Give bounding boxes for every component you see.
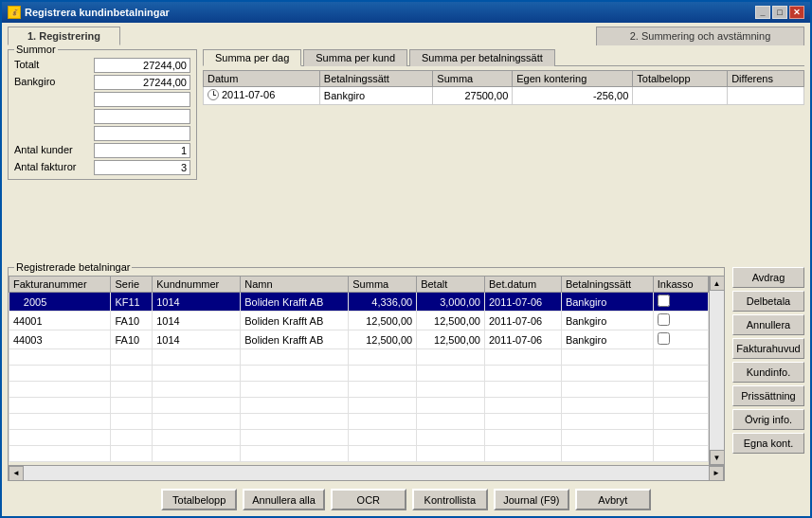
scroll-left-button[interactable]: ◄	[9, 466, 24, 481]
empty-payment-row-2	[9, 366, 709, 382]
row0-summa: 4,336,00	[349, 293, 417, 312]
registered-payments-box: Registrerade betalningar Fakturanummer S…	[8, 267, 725, 481]
row0-betalt: 3,000,00	[417, 293, 485, 312]
row0-faktura: ▶ 2005	[9, 293, 111, 312]
payment-row-2[interactable]: 44003 FA10 1014 Boliden Krafft AB 12,500…	[9, 330, 709, 349]
annullera-alla-button[interactable]: Annullera alla	[243, 489, 325, 510]
empty-payment-row-7	[9, 446, 709, 462]
th-betdatum: Bet.datum	[484, 277, 561, 293]
kundinfo-button[interactable]: Kundinfo.	[732, 362, 804, 383]
payment-row-0[interactable]: ▶ 2005 KF11 1014 Boliden Krafft AB 4,336…	[9, 293, 709, 312]
sub-tab-satt[interactable]: Summa per betalningssätt	[409, 49, 555, 66]
ocr-button[interactable]: OCR	[331, 489, 406, 510]
antal-kunder-label: Antal kunder	[14, 143, 90, 158]
empty-row-2	[94, 109, 190, 124]
row2-kundnr: 1014	[153, 330, 241, 349]
col-summa: Summa	[433, 71, 513, 87]
minimize-button[interactable]: _	[755, 6, 770, 19]
th-inkasso: Inkasso	[653, 277, 708, 293]
antal-fakturor-label: Antal fakturor	[14, 160, 90, 175]
horizontal-scrollbar[interactable]: ◄ ►	[9, 465, 724, 480]
row1-betalt: 12,500,00	[417, 312, 485, 330]
row2-namn: Boliden Krafft AB	[241, 330, 349, 349]
vertical-scrollbar[interactable]: ▲ ▼	[709, 276, 724, 465]
egna-kont-button[interactable]: Egna kont.	[732, 433, 804, 454]
th-faktura: Fakturanummer	[9, 277, 111, 293]
scroll-right-button[interactable]: ►	[709, 466, 724, 481]
row2-betalt: 12,500,00	[417, 330, 485, 349]
payments-table: Fakturanummer Serie Kundnummer Namn Summ…	[9, 276, 709, 462]
totalbelopp-button[interactable]: Totalbelopp	[161, 489, 237, 510]
h-scroll-track[interactable]	[24, 466, 709, 480]
col-datum: Datum	[204, 71, 320, 87]
sub-tab-dag[interactable]: Summa per dag	[203, 49, 301, 66]
summary-datum: 2011-07-06	[204, 87, 320, 105]
summary-egen: -256,00	[513, 87, 633, 105]
row0-namn: Boliden Krafft AB	[241, 293, 349, 312]
avbryt-button[interactable]: Avbryt	[575, 489, 651, 510]
tab-summering[interactable]: 2. Summering och avstämning	[596, 27, 804, 45]
content-area: 1. Registrering 2. Summering och avstämn…	[2, 23, 810, 516]
left-panel: Summor Totalt 27244,00 Bankgiro 27244,00…	[8, 49, 197, 263]
window-title: Registrera kundinbetalningar	[25, 7, 170, 18]
row1-inkasso	[653, 312, 708, 330]
ovrig-info-button[interactable]: Övrig info.	[732, 409, 804, 430]
sub-tab-kund[interactable]: Summa per kund	[303, 49, 407, 66]
tab-registrering[interactable]: 1. Registrering	[8, 27, 120, 45]
avdrag-button[interactable]: Avdrag	[732, 267, 804, 288]
row2-inkasso-check[interactable]	[658, 332, 670, 345]
col-egen-kontering: Egen kontering	[513, 71, 633, 87]
window-icon: 💰	[8, 6, 21, 19]
close-button[interactable]: ✕	[789, 6, 804, 19]
scroll-track[interactable]	[710, 291, 724, 450]
scroll-up-button[interactable]: ▲	[710, 276, 725, 291]
col-differens: Differens	[728, 71, 804, 87]
row1-inkasso-check[interactable]	[658, 313, 670, 326]
payments-section: Registrerade betalningar Fakturanummer S…	[8, 267, 804, 481]
empty-payment-row-5	[9, 414, 709, 430]
kontrollista-button[interactable]: Kontrollista	[412, 489, 488, 510]
row2-serie: FA10	[111, 330, 153, 349]
summor-grid: Totalt 27244,00 Bankgiro 27244,00 Antal …	[14, 58, 190, 175]
row0-inkasso-check[interactable]	[658, 295, 670, 307]
fakturahuvud-button[interactable]: Fakturahuvud	[732, 338, 804, 359]
row1-datum: 2011-07-06	[484, 312, 561, 330]
row1-kundnr: 1014	[153, 312, 241, 330]
payment-row-1[interactable]: 44001 FA10 1014 Boliden Krafft AB 12,500…	[9, 312, 709, 330]
row0-satt: Bankgiro	[561, 293, 653, 312]
delbetala-button[interactable]: Delbetala	[732, 291, 804, 312]
bottom-bar: Totalbelopp Annullera alla OCR Kontrolli…	[8, 485, 804, 512]
row0-serie: KF11	[111, 293, 153, 312]
th-satt: Betalningssätt	[561, 277, 653, 293]
bankgiro-value: 27244,00	[94, 75, 190, 90]
col-betalningssatt: Betalningssätt	[319, 71, 433, 87]
prissattning-button[interactable]: Prissättning	[732, 385, 804, 406]
main-area: Summor Totalt 27244,00 Bankgiro 27244,00…	[8, 49, 804, 263]
summor-group: Summor Totalt 27244,00 Bankgiro 27244,00…	[8, 49, 197, 180]
row1-namn: Boliden Krafft AB	[241, 312, 349, 330]
empty-payment-row-3	[9, 382, 709, 398]
summary-row-0[interactable]: 2011-07-06 Bankgiro 27500,00 -256,00	[204, 87, 804, 105]
th-betalt: Betalt	[417, 277, 485, 293]
summary-table: Datum Betalningssätt Summa Egen konterin…	[203, 70, 804, 105]
th-serie: Serie	[111, 277, 153, 293]
main-tabs: 1. Registrering 2. Summering och avstämn…	[8, 27, 804, 45]
scroll-down-button[interactable]: ▼	[710, 450, 725, 465]
right-panel: Summa per dag Summa per kund Summa per b…	[203, 49, 804, 263]
th-summa: Summa	[349, 277, 417, 293]
title-bar: 💰 Registrera kundinbetalningar _ □ ✕	[2, 2, 810, 23]
reg-payments-title: Registrerade betalningar	[14, 261, 132, 273]
empty-row-3	[94, 126, 190, 141]
annullera-button[interactable]: Annullera	[732, 314, 804, 335]
row2-inkasso	[653, 330, 708, 349]
bankgiro-label: Bankgiro	[14, 75, 90, 90]
totalt-value: 27244,00	[94, 58, 190, 73]
col-totalbelopp: Totalbelopp	[633, 71, 728, 87]
row1-summa: 12,500,00	[349, 312, 417, 330]
row2-datum: 2011-07-06	[484, 330, 561, 349]
action-buttons-panel: Avdrag Delbetala Annullera Fakturahuvud …	[729, 267, 804, 481]
payments-content: Fakturanummer Serie Kundnummer Namn Summ…	[9, 276, 724, 480]
journal-button[interactable]: Journal (F9)	[494, 489, 569, 510]
row0-kundnr: 1014	[153, 293, 241, 312]
maximize-button[interactable]: □	[772, 6, 787, 19]
